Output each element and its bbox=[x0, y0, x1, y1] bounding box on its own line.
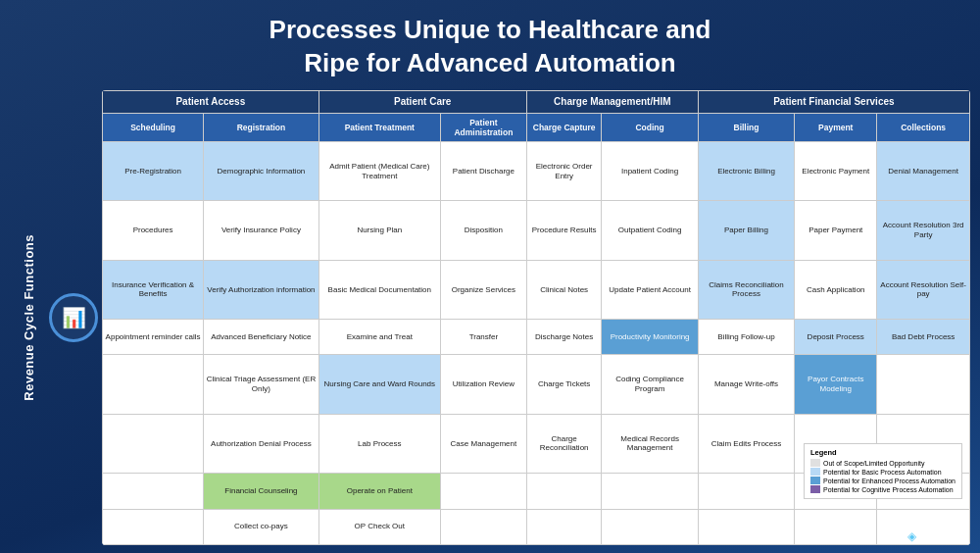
table-row: Appointment reminder callsAdvanced Benef… bbox=[103, 320, 970, 355]
table-cell: Verify Authorization information bbox=[204, 260, 319, 319]
table-cell: Clinical Triage Assessment (ER Only) bbox=[204, 355, 319, 414]
title-line1: Processes Unique to Healthcare and bbox=[270, 15, 711, 44]
table-cell: Discharge Notes bbox=[526, 320, 602, 355]
table-cell bbox=[440, 509, 526, 545]
legend-color-4 bbox=[810, 485, 820, 493]
table-row: Pre-RegistrationDemographic InformationA… bbox=[103, 141, 970, 200]
table-cell bbox=[698, 474, 794, 509]
table-cell: Demographic Information bbox=[204, 141, 319, 200]
main-title: Processes Unique to Healthcare and Ripe … bbox=[20, 14, 960, 80]
coding-subheader: Coding bbox=[602, 113, 698, 141]
table-cell: Procedure Results bbox=[526, 201, 602, 260]
table-cell: Verify Insurance Policy bbox=[204, 201, 319, 260]
revenue-cycle-icon: 📊 bbox=[49, 293, 98, 342]
table-cell: Examine and Treat bbox=[318, 320, 440, 355]
table-cell: Update Patient Account bbox=[602, 260, 698, 319]
table-cell: Advanced Beneficiary Notice bbox=[204, 320, 319, 355]
table-cell: Charge Tickets bbox=[526, 355, 602, 414]
sidebar-label: Revenue Cycle Functions bbox=[22, 234, 36, 401]
table-cell: Patient Discharge bbox=[440, 141, 526, 200]
table-cell bbox=[103, 414, 204, 473]
table-cell bbox=[103, 509, 204, 545]
legend-item-4: Potential for Cognitive Process Automati… bbox=[810, 485, 956, 493]
left-section: Revenue Cycle Functions 📊 bbox=[10, 90, 102, 545]
patient-financial-header: Patient Financial Services bbox=[698, 90, 969, 113]
charge-mgmt-header: Charge Management/HIM bbox=[526, 90, 698, 113]
table-cell: Basic Medical Documentation bbox=[318, 260, 440, 319]
table-cell: Case Management bbox=[440, 414, 526, 473]
main-container: Processes Unique to Healthcare and Ripe … bbox=[0, 0, 980, 553]
table-cell bbox=[103, 474, 204, 509]
patient-access-header: Patient Access bbox=[103, 90, 319, 113]
table-cell: Disposition bbox=[440, 201, 526, 260]
bp-logo-text: blueprism bbox=[920, 531, 962, 542]
outer-wrapper: Revenue Cycle Functions 📊 Patient Access… bbox=[0, 90, 980, 553]
table-cell: Procedures bbox=[103, 201, 204, 260]
table-cell: Account Resolution 3rd Party bbox=[877, 201, 970, 260]
table-cell: Appointment reminder calls bbox=[103, 320, 204, 355]
payment-subheader: Payment bbox=[795, 113, 877, 141]
table-cell: Admit Patient (Medical Care) Treatment bbox=[318, 141, 440, 200]
table-cell: Payor Contracts Modeling bbox=[795, 355, 877, 414]
blueprism-logo: ◈ blueprism bbox=[907, 529, 962, 543]
table-cell: Insurance Verification & Benefits bbox=[103, 260, 204, 319]
legend-item-1: Out of Scope/Limited Opportunity bbox=[810, 459, 956, 467]
chart-icon: 📊 bbox=[62, 306, 86, 329]
table-cell: Nursing Plan bbox=[318, 201, 440, 260]
table-cell: Inpatient Coding bbox=[602, 141, 698, 200]
scheduling-subheader: Scheduling bbox=[103, 113, 204, 141]
title-line2: Ripe for Advanced Automation bbox=[304, 48, 675, 77]
table-cell: Electronic Payment bbox=[795, 141, 877, 200]
billing-subheader: Billing bbox=[698, 113, 794, 141]
table-cell: Bad Debt Process bbox=[877, 320, 970, 355]
patient-treatment-subheader: Patient Treatment bbox=[318, 113, 440, 141]
table-cell: Billing Follow-up bbox=[698, 320, 794, 355]
legend-label-2: Potential for Basic Process Automation bbox=[823, 469, 942, 476]
table-cell: Medical Records Management bbox=[602, 414, 698, 473]
table-cell: Productivity Monitoring bbox=[602, 320, 698, 355]
table-cell: Deposit Process bbox=[795, 320, 877, 355]
bp-diamond-icon: ◈ bbox=[907, 529, 916, 543]
table-cell: Nursing Care and Ward Rounds bbox=[318, 355, 440, 414]
legend-item-2: Potential for Basic Process Automation bbox=[810, 468, 956, 476]
table-cell bbox=[602, 474, 698, 509]
table-row: Clinical Triage Assessment (ER Only)Nurs… bbox=[103, 355, 970, 414]
table-cell: Outpatient Coding bbox=[602, 201, 698, 260]
legend-color-2 bbox=[810, 468, 820, 476]
table-cell bbox=[526, 509, 602, 545]
charge-capture-subheader: Charge Capture bbox=[526, 113, 602, 141]
table-row: Insurance Verification & BenefitsVerify … bbox=[103, 260, 970, 319]
table-cell: Paper Billing bbox=[698, 201, 794, 260]
table-cell: Utilization Review bbox=[440, 355, 526, 414]
table-cell: OP Check Out bbox=[318, 509, 440, 545]
table-cell: Authorization Denial Process bbox=[204, 414, 319, 473]
registration-subheader: Registration bbox=[204, 113, 319, 141]
legend-area: Legend Out of Scope/Limited Opportunity … bbox=[804, 443, 962, 499]
table-cell: Claim Edits Process bbox=[698, 414, 794, 473]
legend-title: Legend bbox=[810, 448, 956, 457]
patient-admin-subheader: Patient Administration bbox=[440, 113, 526, 141]
table-cell: Organize Services bbox=[440, 260, 526, 319]
table-row: Collect co-paysOP Check Out bbox=[103, 509, 970, 545]
table-cell: Charge Reconciliation bbox=[526, 414, 602, 473]
table-cell: Coding Compliance Program bbox=[602, 355, 698, 414]
table-cell: Lab Process bbox=[318, 414, 440, 473]
table-cell: Account Resolution Self-pay bbox=[877, 260, 970, 319]
table-cell bbox=[877, 355, 970, 414]
legend-label-1: Out of Scope/Limited Opportunity bbox=[823, 460, 925, 467]
table-cell bbox=[698, 509, 794, 545]
table-cell: Collect co-pays bbox=[204, 509, 319, 545]
table-cell: Denial Management bbox=[877, 141, 970, 200]
table-cell bbox=[103, 355, 204, 414]
table-row: ProceduresVerify Insurance PolicyNursing… bbox=[103, 201, 970, 260]
table-cell: Financial Counseling bbox=[204, 474, 319, 509]
sidebar-label-area: Revenue Cycle Functions bbox=[10, 234, 47, 401]
table-cell bbox=[526, 474, 602, 509]
table-cell: Transfer bbox=[440, 320, 526, 355]
legend-color-1 bbox=[810, 459, 820, 467]
legend-label-4: Potential for Cognitive Process Automati… bbox=[823, 486, 954, 493]
patient-care-header: Patient Care bbox=[318, 90, 526, 113]
table-cell: Cash Application bbox=[795, 260, 877, 319]
table-cell: Manage Write-offs bbox=[698, 355, 794, 414]
table-cell bbox=[440, 474, 526, 509]
